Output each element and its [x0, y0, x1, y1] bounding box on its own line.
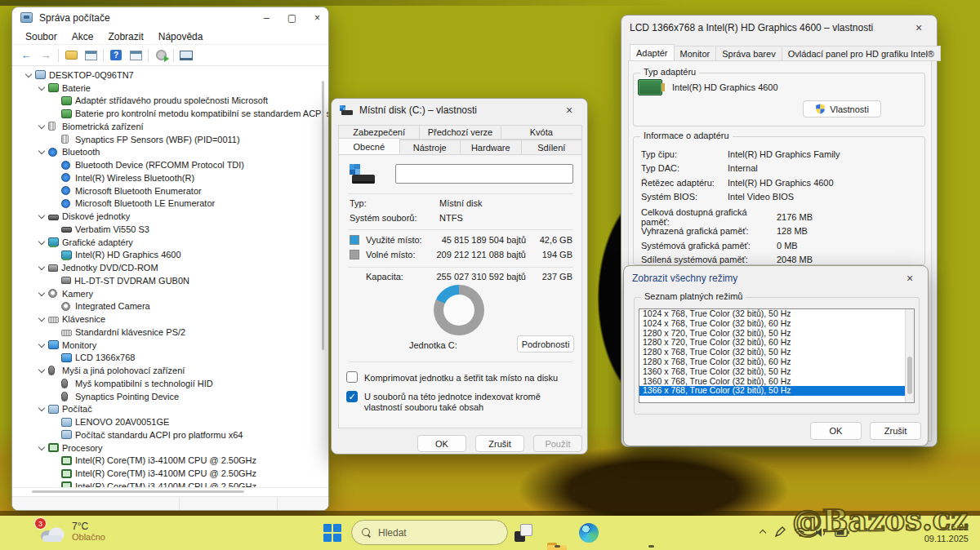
tab-kvóta[interactable]: Kvóta: [501, 125, 582, 140]
close-icon[interactable]: ×: [559, 104, 579, 117]
tab-sdílení[interactable]: Sdílení: [522, 140, 583, 155]
tree-item[interactable]: Diskové jednotky: [12, 210, 328, 223]
tree-item[interactable]: Procesory: [12, 441, 328, 455]
tray-overflow-chevron-icon[interactable]: [760, 529, 766, 535]
tree-item[interactable]: Bluetooth Device (RFCOMM Protocol TDI): [12, 158, 328, 171]
tree-item[interactable]: Verbatim Vi550 S3: [12, 223, 328, 236]
tab-obecné[interactable]: Obecné: [338, 138, 400, 156]
tree-item[interactable]: Intel(R) HD Graphics 4600: [12, 249, 328, 262]
tree-item[interactable]: Adaptér střídavého proudu společnosti Mi…: [12, 95, 328, 108]
collapse-chevron-icon[interactable]: [37, 405, 47, 413]
tab-ovládací-panel-pro-hd-grafiku-intel-[interactable]: Ovládací panel pro HD grafiku Intel®: [782, 46, 941, 61]
tab-monitor[interactable]: Monitor: [675, 46, 717, 61]
tree-item[interactable]: Intel(R) Wireless Bluetooth(R): [12, 171, 328, 184]
battery-icon[interactable]: [835, 528, 849, 537]
forward-arrow-icon[interactable]: →: [38, 49, 53, 62]
index-checkbox[interactable]: ✓: [346, 391, 358, 402]
help-icon[interactable]: ?: [110, 50, 122, 60]
tree-item[interactable]: Myši a jiná polohovací zařízení: [12, 364, 328, 377]
tree-item[interactable]: Intel(R) Core(TM) i3-4100M CPU @ 2.50GHz: [12, 455, 328, 468]
tree-item[interactable]: Microsoft Bluetooth LE Enumerator: [12, 197, 328, 211]
tree-item[interactable]: DESKTOP-0Q96TN7: [12, 69, 328, 82]
mode-list-item[interactable]: 1366 x 768, True Color (32 bitů), 50 Hz: [639, 386, 914, 396]
task-view-button[interactable]: [514, 524, 532, 542]
collapse-chevron-icon[interactable]: [37, 290, 47, 298]
collapse-chevron-icon[interactable]: [37, 122, 47, 131]
collapse-chevron-icon[interactable]: [37, 238, 47, 246]
collapse-chevron-icon[interactable]: [37, 315, 47, 323]
collapse-chevron-icon[interactable]: [37, 264, 47, 272]
cm-titlebar[interactable]: Správa počítače – ▢ ×: [12, 7, 328, 28]
modes-scrollbar[interactable]: [905, 309, 914, 402]
clock[interactable]: 15:22 09.11.2025: [924, 521, 969, 544]
properties-window-icon[interactable]: [130, 51, 142, 60]
tree-item[interactable]: Microsoft Bluetooth Enumerator: [12, 184, 328, 197]
menu-item-nápověda[interactable]: Nápověda: [152, 29, 210, 42]
modes-ok-button[interactable]: OK: [810, 422, 862, 440]
close-icon[interactable]: ×: [909, 21, 929, 34]
collapse-chevron-icon[interactable]: [37, 366, 47, 375]
collapse-chevron-icon[interactable]: [37, 84, 47, 92]
menu-item-zobrazit[interactable]: Zobrazit: [101, 29, 149, 42]
tree-item[interactable]: Myš kompatibilní s technologií HID: [12, 377, 328, 390]
tree-item[interactable]: Baterie: [12, 82, 328, 95]
collapse-chevron-icon[interactable]: [37, 444, 47, 452]
close-button[interactable]: ×: [314, 12, 320, 24]
tree-vertical-scrollbar[interactable]: [322, 81, 324, 350]
speaker-icon[interactable]: [815, 527, 826, 538]
compress-checkbox[interactable]: [346, 371, 358, 383]
modes-cancel-button[interactable]: Zrušit: [870, 422, 921, 440]
mode-list-item[interactable]: 1360 x 768, True Color (32 bitů), 50 Hz: [639, 367, 914, 377]
pen-icon[interactable]: [774, 526, 786, 538]
menu-item-soubor[interactable]: Soubor: [19, 29, 64, 42]
collapse-chevron-icon[interactable]: [37, 212, 47, 220]
tab-adaptér[interactable]: Adaptér: [630, 44, 675, 62]
search-box[interactable]: Hledat: [351, 520, 508, 545]
menu-item-akce[interactable]: Akce: [65, 29, 100, 42]
mode-list-item[interactable]: 1024 x 768, True Color (32 bitů), 60 Hz: [639, 319, 914, 329]
tab-předchozí-verze[interactable]: Předchozí verze: [420, 125, 501, 140]
export-list-icon[interactable]: [65, 51, 78, 60]
tab-správa-barev[interactable]: Správa barev: [716, 46, 782, 61]
tree-item[interactable]: Standardní klávesnice PS/2: [12, 326, 328, 339]
console-icon[interactable]: [180, 51, 193, 60]
tree-item[interactable]: Intel(R) Core(TM) i3-4100M CPU @ 2.50GHz: [12, 467, 328, 480]
tree-item[interactable]: Integrated Camera: [12, 300, 328, 313]
back-arrow-icon[interactable]: ←: [19, 49, 33, 62]
modes-titlebar[interactable]: Zobrazit všechny režimy ×: [624, 266, 928, 291]
disk-titlebar[interactable]: Místní disk (C:) – vlastnosti ×: [332, 99, 587, 122]
maximize-button[interactable]: ▢: [287, 12, 296, 24]
tree-item[interactable]: Počítač standardu ACPI pro platformu x64: [12, 428, 328, 441]
cancel-button[interactable]: Zrušit: [475, 435, 524, 452]
start-button[interactable]: [323, 524, 341, 542]
tab-hardware[interactable]: Hardware: [461, 140, 522, 155]
tree-item[interactable]: Baterie pro kontrolní metodu kompatibiln…: [12, 107, 328, 120]
edge-browser-button[interactable]: [579, 523, 599, 543]
weather-widget[interactable]: 3: [38, 522, 67, 543]
tree-item[interactable]: HL-DT-ST DVDRAM GUB0N: [12, 274, 328, 287]
tree-item[interactable]: Monitory: [12, 339, 328, 352]
close-icon[interactable]: ×: [900, 272, 920, 285]
tree-item[interactable]: Biometrická zařízení: [12, 120, 328, 133]
tree-item[interactable]: Synaptics Pointing Device: [12, 390, 328, 403]
volume-name-input[interactable]: [395, 164, 573, 184]
tree-item[interactable]: LCD 1366x768: [12, 352, 328, 365]
tab-nástroje[interactable]: Nástroje: [400, 140, 461, 155]
show-window-icon[interactable]: [85, 51, 97, 60]
collapse-chevron-icon[interactable]: [37, 341, 47, 349]
tree-item[interactable]: Počítač: [12, 403, 328, 416]
tree-horizontal-scrollbar[interactable]: [12, 488, 328, 496]
details-button[interactable]: Podrobnosti: [517, 335, 574, 353]
adapter-properties-button[interactable]: Vlastnosti: [803, 100, 881, 118]
refresh-action-icon[interactable]: [156, 50, 167, 60]
display-titlebar[interactable]: LCD 1366x768 a Intel(R) HD Graphics 4600…: [621, 16, 937, 40]
tree-item[interactable]: Intel(R) Core(TM) i3-4100M CPU @ 2.50GHz: [12, 480, 328, 488]
tree-item[interactable]: Kamery: [12, 287, 328, 300]
collapse-chevron-icon[interactable]: [24, 71, 33, 79]
tree-item[interactable]: Grafické adaptéry: [12, 236, 328, 249]
mode-list-item[interactable]: 1280 x 768, True Color (32 bitů), 60 Hz: [639, 357, 914, 367]
ok-button[interactable]: OK: [417, 435, 466, 452]
collapse-chevron-icon[interactable]: [37, 148, 47, 156]
tree-item[interactable]: Klávesnice: [12, 313, 328, 326]
apply-button[interactable]: Použít: [533, 435, 582, 452]
